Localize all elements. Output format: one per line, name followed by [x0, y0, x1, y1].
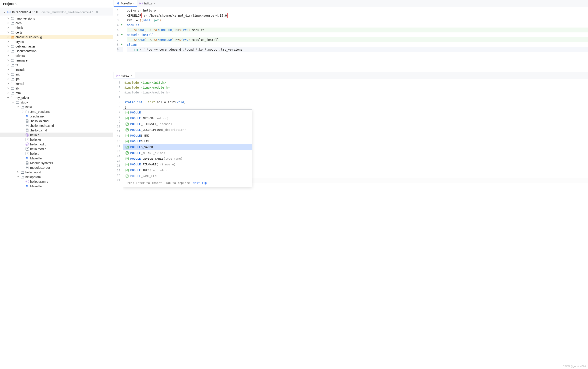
- tree-item[interactable]: hello_world: [0, 170, 113, 175]
- tree-item[interactable]: include: [0, 67, 113, 72]
- tree-item[interactable]: M.cache.mk: [0, 114, 113, 119]
- tree-item[interactable]: .hello.o.cmd: [0, 128, 113, 132]
- editor-tab[interactable]: Chello.c×: [114, 72, 135, 79]
- completion-item[interactable]: #MODULE_ALIAS(_alias): [123, 150, 252, 156]
- code-area-hello[interactable]: 123456789101112131415161718192021 #inclu…: [113, 79, 588, 369]
- tree-item[interactable]: firmware: [0, 58, 113, 63]
- tree-item[interactable]: Chello.c: [0, 132, 113, 137]
- completion-popup[interactable]: #MODULE#MODULE_AUTHOR(_author)#MODULE_LI…: [123, 110, 252, 187]
- completion-item[interactable]: #MODULE_DEVICE_TABLE(type,name): [123, 156, 252, 162]
- completion-item[interactable]: #MODULE_NAME_LEN: [123, 173, 252, 179]
- project-header[interactable]: Project: [0, 0, 113, 8]
- tree-item[interactable]: debian.master: [0, 44, 113, 49]
- tree-item[interactable]: ?hello.o: [0, 151, 113, 156]
- tree-item[interactable]: .tmp_versions: [0, 109, 113, 114]
- tree-item[interactable]: my_driver: [0, 95, 113, 100]
- tree-item[interactable]: mm: [0, 90, 113, 95]
- chevron-right-icon: [7, 73, 9, 76]
- code-area-makefile[interactable]: 123456789 obj-m := hello.o KERNELDR := /…: [113, 7, 588, 72]
- close-icon[interactable]: ×: [133, 2, 135, 5]
- tree-item[interactable]: lib: [0, 86, 113, 90]
- project-root-path: ~/kernel_dir/develop_env/linux-source-4.…: [40, 10, 98, 14]
- folder-icon: [11, 54, 14, 58]
- editor-tabs-bottom: Chello.c×: [113, 72, 588, 79]
- tree-item-label: .tmp_versions: [30, 110, 50, 113]
- completion-item[interactable]: #MODULE: [123, 110, 252, 115]
- run-icon[interactable]: [120, 42, 123, 47]
- editor-tab[interactable]: MMakefile×: [114, 0, 137, 7]
- tree-item[interactable]: cmake-build-debug: [0, 35, 113, 39]
- completion-item[interactable]: #MODULES_LEN: [123, 139, 252, 144]
- run-icon[interactable]: [120, 23, 123, 28]
- tree-item[interactable]: Chelloparam.c: [0, 179, 113, 184]
- folder-icon: [21, 170, 24, 174]
- chevron-right-icon: [7, 68, 9, 71]
- editor-tab[interactable]: Chello.c×: [137, 0, 158, 7]
- file-icon: [25, 161, 29, 165]
- tree-item[interactable]: kernel: [0, 81, 113, 86]
- tree-item[interactable]: drivers: [0, 53, 113, 58]
- chevron-right-icon: [7, 50, 9, 52]
- tree-item[interactable]: crypto: [0, 39, 113, 44]
- tree-item-label: cmake-build-debug: [16, 35, 42, 39]
- tree-item[interactable]: ?hello.ko: [0, 137, 113, 142]
- tree-item[interactable]: study: [0, 100, 113, 105]
- project-root[interactable]: linux-source-4.15.0 ~/kernel_dir/develop…: [1, 9, 112, 15]
- tree-item[interactable]: arch: [0, 21, 113, 25]
- code-body[interactable]: obj-m := hello.o KERNELDR := /home/showm…: [126, 7, 588, 72]
- tree-item[interactable]: Module.symvers: [0, 160, 113, 165]
- tree-item[interactable]: ?hello.mod.o: [0, 147, 113, 151]
- run-icon[interactable]: [120, 32, 123, 37]
- tree-item[interactable]: MMakefile: [0, 156, 113, 160]
- tree-item[interactable]: certs: [0, 30, 113, 35]
- next-tip-link[interactable]: Next Tip: [193, 181, 207, 184]
- code: obj-m := hello.o: [127, 9, 156, 12]
- close-icon[interactable]: ×: [154, 2, 156, 5]
- chevron-right-icon: [16, 171, 19, 174]
- gutter-line: 6: [117, 32, 123, 37]
- tree-item[interactable]: block: [0, 25, 113, 30]
- folder-icon: [11, 68, 14, 71]
- tree-item[interactable]: ipc: [0, 77, 113, 81]
- completion-item[interactable]: #MODULE_FIRMWARE(_firmware): [123, 162, 252, 167]
- module-icon: [7, 10, 10, 14]
- tree-item-label: hello.ko: [30, 138, 41, 141]
- gutter-line: 7: [117, 37, 123, 42]
- more-icon[interactable]: ⋮: [246, 180, 250, 185]
- completion-item[interactable]: #MODULES_VADDR: [123, 144, 252, 150]
- tree-item[interactable]: hello: [0, 105, 113, 109]
- tree-item[interactable]: .hello.mod.o.cmd: [0, 123, 113, 128]
- completion-item[interactable]: #MODULE_INFO(tag,info): [123, 167, 252, 173]
- gutter-line: 9: [117, 119, 120, 124]
- gutter-line: 16: [117, 153, 120, 158]
- gutter-line: 1: [117, 80, 120, 85]
- define-icon: #: [126, 128, 129, 131]
- file-icon: [25, 129, 29, 132]
- tree-item-label: firmware: [16, 59, 28, 62]
- close-icon[interactable]: ×: [131, 74, 132, 78]
- folder-icon: [11, 45, 14, 48]
- gutter-line: 20: [117, 173, 120, 178]
- c-file-icon: C: [25, 180, 29, 183]
- completion-item[interactable]: #MODULES_END: [123, 133, 252, 139]
- tree-item[interactable]: .hello.ko.cmd: [0, 119, 113, 123]
- tree-item-label: hello.c: [30, 133, 39, 137]
- tree-item[interactable]: Documentation: [0, 49, 113, 53]
- tree-item[interactable]: .tmp_versions: [0, 16, 113, 21]
- chevron-down-icon: [7, 96, 9, 99]
- tree-item[interactable]: modules.order: [0, 165, 113, 170]
- tree-item[interactable]: fs: [0, 63, 113, 67]
- completion-item[interactable]: #MODULE_DESCRIPTION(_description): [123, 127, 252, 133]
- completion-item[interactable]: #MODULE_LICENSE(_license): [123, 121, 252, 127]
- tree-item[interactable]: Chello.mod.c: [0, 142, 113, 147]
- completion-item[interactable]: #MODULE_AUTHOR(_author): [123, 115, 252, 121]
- tree-item[interactable]: MMakefile: [0, 184, 113, 189]
- project-tree[interactable]: .tmp_versionsarchblockcertscmake-build-d…: [0, 16, 113, 369]
- tree-item[interactable]: init: [0, 72, 113, 77]
- file-icon: [25, 124, 29, 128]
- code-body[interactable]: #include <linux/init.h> #include <linux/…: [123, 79, 588, 369]
- chevron-right-icon: [21, 110, 24, 113]
- tree-item-label: .hello.o.cmd: [30, 129, 47, 132]
- tree-item[interactable]: helloparam: [0, 175, 113, 179]
- c-file-icon: C: [25, 142, 29, 146]
